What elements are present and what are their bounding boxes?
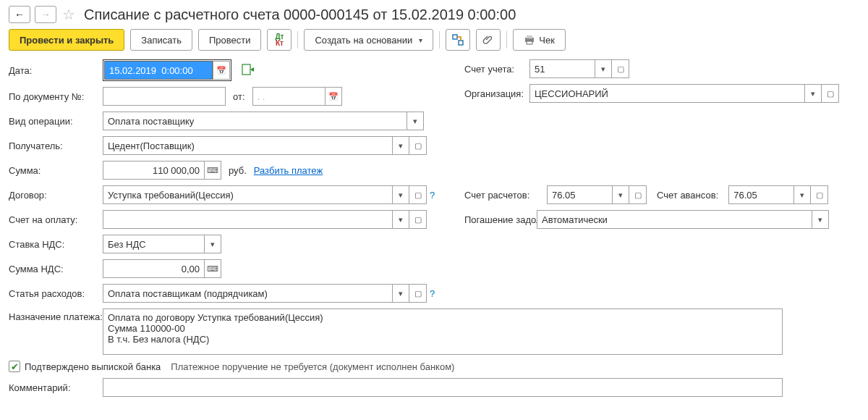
comment-input[interactable] [103,378,783,397]
post-and-close-button[interactable]: Провести и закрыть [9,29,124,51]
settle-acc-input[interactable] [547,185,612,204]
svg-rect-0 [453,35,457,39]
dropdown-icon[interactable]: ▾ [407,112,424,130]
advance-acc-input[interactable] [728,185,793,204]
vat-rate-label: Ставка НДС: [9,239,103,250]
account-label: Счет учета: [464,64,529,75]
contract-input[interactable] [103,185,392,204]
currency-label: руб. [229,165,247,176]
toolbar: Провести и закрыть Записать Провести ДтК… [9,29,859,51]
dropdown-icon[interactable]: ▾ [595,59,612,78]
op-type-label: Вид операции: [9,116,103,127]
recipient-label: Получатель: [9,140,103,151]
favorite-star-icon[interactable]: ☆ [61,7,77,22]
invoice-label: Счет на оплату: [9,214,103,225]
create-based-on-button[interactable]: Создать на основании [304,29,433,51]
date-input[interactable] [104,61,213,80]
amount-label: Сумма: [9,165,103,176]
dropdown-icon[interactable]: ▾ [804,84,822,103]
post-button[interactable]: Провести [198,29,262,51]
amount-input[interactable] [103,161,204,180]
debt-label: Погашение задолженности: [464,214,537,225]
confirmed-label: Подтверждено выпиской банка [25,361,161,372]
calendar-icon[interactable]: 📅 [325,87,342,106]
open-icon[interactable]: ▢ [629,185,647,204]
open-icon[interactable]: ▢ [822,84,839,103]
paperclip-icon [482,34,494,46]
advance-acc-label: Счет авансов: [657,190,718,201]
help-icon[interactable]: ? [430,190,435,201]
comment-label: Комментарий: [9,382,103,393]
dropdown-icon[interactable]: ▾ [204,235,221,253]
doc-no-label: По документу №: [9,91,103,102]
page-title: Списание с расчетного счета 0000-000145 … [84,7,516,23]
svg-rect-5 [242,64,250,75]
open-icon[interactable]: ▢ [409,136,427,155]
nav-forward-button[interactable]: → [35,6,56,23]
org-input[interactable] [529,84,804,103]
purpose-label: Назначение платежа: [9,308,103,322]
doc-no-input[interactable] [103,87,226,106]
toolbar-separator [439,31,440,49]
from-date-input[interactable] [252,87,325,106]
dtkt-icon: ДтКт [275,33,284,46]
vat-rate-input[interactable] [103,235,204,253]
org-label: Организация: [464,88,529,99]
expense-label: Статья расходов: [9,288,103,299]
related-icon [452,34,464,46]
dropdown-icon[interactable]: ▾ [392,136,409,155]
expense-input[interactable] [103,284,392,303]
debt-input[interactable] [537,210,812,229]
cheque-button[interactable]: Чек [513,29,566,51]
toolbar-separator [506,31,507,49]
recipient-input[interactable] [103,136,392,155]
related-docs-button[interactable] [446,29,470,51]
settle-acc-label: Счет расчетов: [464,190,537,201]
dropdown-icon[interactable]: ▾ [392,210,409,229]
from-label: от: [233,91,245,102]
svg-rect-4 [527,41,532,44]
calculator-icon[interactable]: ⌨ [204,259,221,278]
vat-amount-label: Сумма НДС: [9,264,103,274]
invoice-input[interactable] [103,210,392,229]
open-icon[interactable]: ▢ [811,185,828,204]
dropdown-icon[interactable]: ▾ [793,185,811,204]
purpose-textarea[interactable] [103,308,783,355]
nav-back-button[interactable]: ← [9,6,30,23]
contract-label: Договор: [9,190,103,201]
split-payment-link[interactable]: Разбить платеж [254,165,323,176]
save-button[interactable]: Записать [130,29,192,51]
dropdown-icon[interactable]: ▾ [812,210,829,229]
svg-rect-3 [527,35,532,38]
dtkt-button[interactable]: ДтКт [267,29,292,51]
calculator-icon[interactable]: ⌨ [204,161,221,180]
op-type-input[interactable] [103,112,407,130]
dropdown-icon[interactable]: ▾ [612,185,629,204]
dropdown-icon[interactable]: ▾ [392,185,409,204]
toolbar-separator [297,31,298,49]
help-icon[interactable]: ? [430,288,435,299]
calendar-icon[interactable]: 📅 [213,61,230,80]
svg-rect-1 [459,41,463,45]
confirmed-checkbox[interactable]: ✔ [9,361,20,372]
no-order-text: Платежное поручение не требуется (докуме… [171,361,454,372]
open-icon[interactable]: ▢ [409,185,427,204]
open-icon[interactable]: ▢ [409,284,427,303]
dropdown-icon[interactable]: ▾ [392,284,409,303]
date-label: Дата: [9,65,103,76]
printer-icon [524,34,535,46]
vat-amount-input[interactable] [103,259,204,278]
refresh-icon[interactable] [242,64,255,77]
open-icon[interactable]: ▢ [409,210,427,229]
open-icon[interactable]: ▢ [612,59,629,78]
account-input[interactable] [529,59,595,78]
attachments-button[interactable] [476,29,501,51]
